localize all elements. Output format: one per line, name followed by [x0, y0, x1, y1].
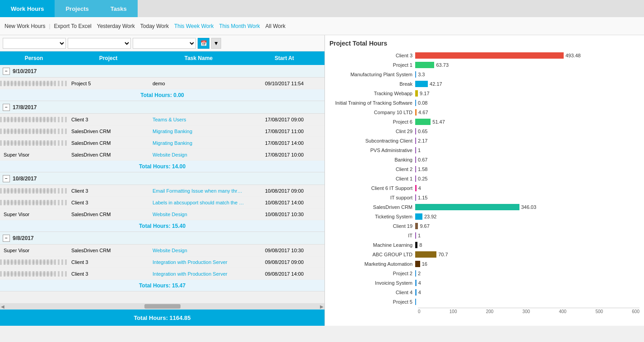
horizontal-scrollbar[interactable]: ◀ ▶	[0, 303, 324, 310]
group-toggle-2[interactable]: −	[3, 175, 10, 182]
cell-task[interactable]: Website Design	[149, 248, 248, 253]
chart-value: 0.67	[418, 157, 427, 162]
group-row-3: −9/8/2017	[0, 232, 324, 245]
cell-project: Client 3	[68, 259, 149, 265]
chart-label: Client 2	[329, 166, 415, 172]
table-row: Super Visor SalesDriven CRM Website Desi…	[0, 245, 324, 256]
chart-label: Clint 29	[329, 129, 415, 134]
chart-bar	[415, 119, 431, 125]
chart-label: Client 6 IT Support	[329, 185, 415, 191]
btn-new-work-hours[interactable]: New Work Hours	[3, 22, 47, 30]
toolbar: New Work Hours | Export To Excel Yesterd…	[0, 17, 644, 35]
chart-bar	[415, 289, 417, 296]
chart-value: 0.25	[418, 176, 427, 181]
scroll-thumb[interactable]	[144, 304, 181, 309]
group-toggle-1[interactable]: −	[3, 104, 10, 111]
chart-bar-area: 346.03	[415, 204, 639, 210]
group-toggle-0[interactable]: −	[3, 68, 10, 75]
chart-row: PVS Administrative 1	[329, 146, 639, 154]
chart-bar	[415, 81, 428, 87]
table-body[interactable]: −9/10/2017 XXXXXXXX XXXXXXX Project 5 de…	[0, 65, 324, 303]
btn-all-work[interactable]: All Work	[264, 22, 287, 30]
tab-work-hours[interactable]: Work Hours	[0, 0, 55, 17]
chart-bar	[415, 204, 519, 210]
filter-task[interactable]	[133, 38, 196, 49]
chart-bar-area: 0.65	[415, 128, 639, 134]
chart-title: Project Total Hours	[329, 40, 639, 47]
chart-label: SalesDriven CRM	[329, 204, 415, 210]
chart-value: 70.7	[438, 252, 448, 257]
cell-task[interactable]: Email Formatting Issue when many threads	[149, 188, 248, 194]
chart-row: Clint 29 0.65	[329, 127, 639, 135]
chart-row: ABC GROUP LTD 70.7	[329, 250, 639, 259]
chart-value: 63.73	[436, 62, 449, 68]
tab-tasks[interactable]: Tasks	[100, 0, 138, 17]
table-row: XXXXXXXX XXXXXXX Project 5 demo 09/10/20…	[0, 78, 324, 89]
cell-task[interactable]: Teams & Users	[149, 117, 248, 122]
cell-person: XXXXXXXX XXXXXXX	[0, 200, 68, 205]
cell-task[interactable]: Website Design	[149, 152, 248, 157]
cell-task[interactable]: Integration with Production Server	[149, 259, 248, 265]
col-start: Start At	[248, 55, 320, 61]
tab-projects[interactable]: Projects	[55, 0, 99, 17]
chart-label: Project 1	[329, 62, 415, 68]
chart-bar	[415, 166, 416, 172]
cell-project: SalesDriven CRM	[68, 212, 149, 217]
col-project: Project	[68, 55, 149, 61]
chart-label: Client 3	[329, 53, 415, 58]
chart-label: Initial Training of Tracking Software	[329, 100, 415, 106]
btn-this-week-work[interactable]: This Week Work	[172, 22, 216, 30]
group-date-2: 10/8/2017	[13, 176, 37, 182]
chart-label: Invoicing System	[329, 280, 415, 286]
btn-today-work[interactable]: Today Work	[139, 22, 171, 30]
chart-bar	[415, 251, 436, 258]
chart-bar	[415, 223, 418, 229]
chart-value: 4.67	[418, 110, 428, 115]
chart-value: 0.08	[418, 100, 427, 106]
cell-task[interactable]: Migrating Banking	[149, 140, 248, 146]
cell-project: Client 3	[68, 188, 149, 194]
cell-task[interactable]: Migrating Banking	[149, 129, 248, 134]
filter-icon[interactable]: ▼	[211, 38, 221, 49]
table-row: Super Visor SalesDriven CRM Website Desi…	[0, 149, 324, 161]
chart-bar-area: 51.47	[415, 119, 639, 125]
cell-task[interactable]: Labels in abcsupport should match the o.…	[149, 200, 248, 205]
chart-value: 3.3	[418, 72, 425, 77]
chart-label: IT support	[329, 195, 415, 200]
table-row: XXXXXXXX XXXXXXX SalesDriven CRM Migrati…	[0, 125, 324, 137]
chart-bar	[415, 109, 417, 116]
chart-label: Break	[329, 81, 415, 87]
group-row-2: −10/8/2017	[0, 172, 324, 185]
btn-export-excel[interactable]: Export To Excel	[52, 22, 93, 30]
group-row-0: −9/10/2017	[0, 65, 324, 78]
btn-this-month-work[interactable]: This Month Work	[218, 22, 262, 30]
grand-total: Total Hours: 1164.85	[0, 310, 324, 326]
chart-label: Project 5	[329, 299, 415, 305]
cell-person: Super Visor	[0, 152, 68, 157]
chart-bar-area: 1.58	[415, 166, 639, 172]
table-row: XXXXXXXX XXXXXXX Client 3 Integration wi…	[0, 268, 324, 280]
cell-task[interactable]: Website Design	[149, 212, 248, 217]
chart-row: Subcontracting Client 2.17	[329, 137, 639, 145]
chart-value: 16	[422, 261, 427, 267]
chart-bar	[415, 157, 416, 163]
cell-start: 17/08/2017 10:00	[248, 152, 320, 157]
chart-bar	[415, 52, 564, 59]
chart-row: Project 6 51.47	[329, 118, 639, 126]
chart-value: 9.67	[420, 223, 429, 229]
group-row-1: −17/8/2017	[0, 101, 324, 114]
chart-value: 4	[418, 290, 421, 295]
chart-row: Break 42.17	[329, 80, 639, 88]
chart-bar	[415, 100, 416, 106]
filter-project[interactable]	[68, 38, 131, 49]
cell-task[interactable]: Integration with Production Server	[149, 271, 248, 277]
btn-yesterday-work[interactable]: Yesterday Work	[95, 22, 137, 30]
group-toggle-3[interactable]: −	[3, 235, 10, 242]
chart-row: Client 1 0.25	[329, 175, 639, 183]
calendar-icon[interactable]: 📅	[198, 38, 209, 49]
chart-label: Client 1	[329, 176, 415, 181]
axis-300: 300	[523, 309, 530, 314]
group-total-row-2: Total Hours: 15.40	[0, 220, 324, 232]
group-date-3: 9/8/2017	[13, 235, 34, 241]
filter-person[interactable]	[3, 38, 66, 49]
